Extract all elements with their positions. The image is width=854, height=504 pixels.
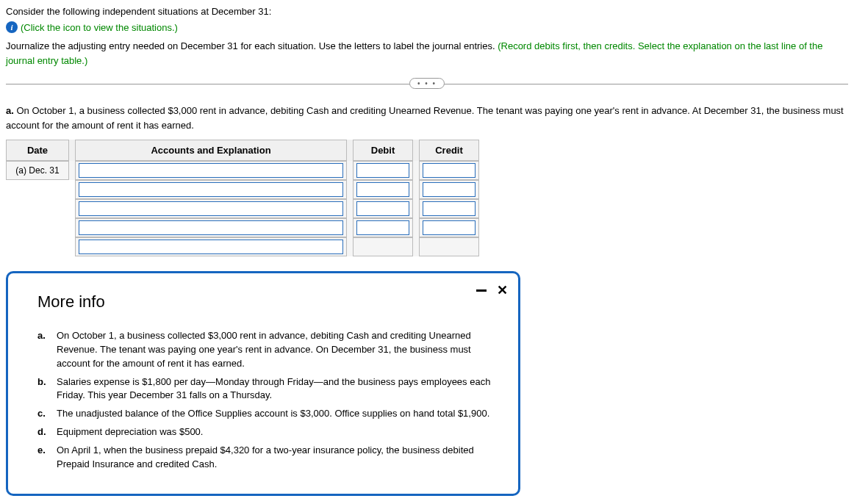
situation-a-body: On October 1, a business collected $3,00…: [6, 105, 844, 131]
list-item: a.On October 1, a business collected $3,…: [37, 329, 496, 371]
account-input[interactable]: [79, 182, 343, 197]
credit-input[interactable]: [423, 182, 476, 197]
list-item: d.Equipment depreciation was $500.: [37, 425, 496, 439]
info-list: a.On October 1, a business collected $3,…: [30, 329, 496, 472]
item-label: b.: [37, 375, 49, 403]
list-item: c.The unadjusted balance of the Office S…: [37, 407, 496, 421]
item-text: The unadjusted balance of the Office Sup…: [57, 407, 496, 421]
gap: [413, 140, 419, 161]
credit-input[interactable]: [423, 220, 476, 235]
date-cell: (a) Dec. 31: [6, 161, 69, 180]
instructions: Journalize the adjusting entry needed on…: [6, 39, 848, 68]
credit-input[interactable]: [423, 163, 476, 178]
gap: [347, 140, 353, 161]
item-label: d.: [37, 425, 49, 439]
instruct-black: Journalize the adjusting entry needed on…: [6, 40, 498, 51]
info-icon: i: [6, 21, 18, 33]
situation-a-text: a. On October 1, a business collected $3…: [6, 104, 848, 132]
list-item: b.Salaries expense is $1,800 per day—Mon…: [37, 375, 496, 403]
header-debit: Debit: [353, 140, 413, 161]
credit-input[interactable]: [423, 201, 476, 216]
account-input[interactable]: [79, 201, 343, 216]
minimize-icon[interactable]: [476, 289, 487, 292]
table-row: [6, 218, 479, 237]
list-item: e.On April 1, when the business prepaid …: [37, 444, 496, 472]
item-label: e.: [37, 444, 49, 472]
table-header-row: Date Accounts and Explanation Debit Cred…: [6, 140, 479, 161]
explanation-input[interactable]: [79, 240, 343, 254]
table-row: [6, 237, 479, 256]
situation-a-label: a.: [6, 105, 14, 116]
table-row: (a) Dec. 31: [6, 161, 479, 180]
debit-input[interactable]: [356, 201, 409, 216]
gap: [69, 140, 75, 161]
debit-input[interactable]: [356, 182, 409, 197]
item-text: Salaries expense is $1,800 per day—Monda…: [57, 375, 496, 403]
item-label: c.: [37, 407, 49, 421]
account-input[interactable]: [79, 163, 343, 178]
item-text: Equipment depreciation was $500.: [57, 425, 496, 439]
intro-line: Consider the following independent situa…: [6, 4, 848, 19]
journal-entry-table: Date Accounts and Explanation Debit Cred…: [6, 140, 479, 256]
item-label: a.: [37, 329, 49, 371]
header-credit: Credit: [419, 140, 479, 161]
debit-input[interactable]: [356, 163, 409, 178]
table-row: [6, 199, 479, 218]
view-situations-link[interactable]: i (Click the icon to view the situations…: [6, 21, 848, 35]
table-row: [6, 180, 479, 199]
debit-input[interactable]: [356, 220, 409, 235]
link-text: (Click the icon to view the situations.): [21, 21, 178, 35]
close-icon[interactable]: ✕: [497, 282, 508, 298]
account-input[interactable]: [79, 220, 343, 235]
item-text: On April 1, when the business prepaid $4…: [57, 444, 496, 472]
header-accounts: Accounts and Explanation: [75, 140, 347, 161]
modal-title: More info: [37, 292, 496, 312]
item-text: On October 1, a business collected $3,00…: [57, 329, 496, 371]
header-date: Date: [6, 140, 69, 161]
expand-dots-button[interactable]: • • •: [409, 78, 445, 89]
more-info-modal: ✕ More info a.On October 1, a business c…: [6, 271, 520, 496]
